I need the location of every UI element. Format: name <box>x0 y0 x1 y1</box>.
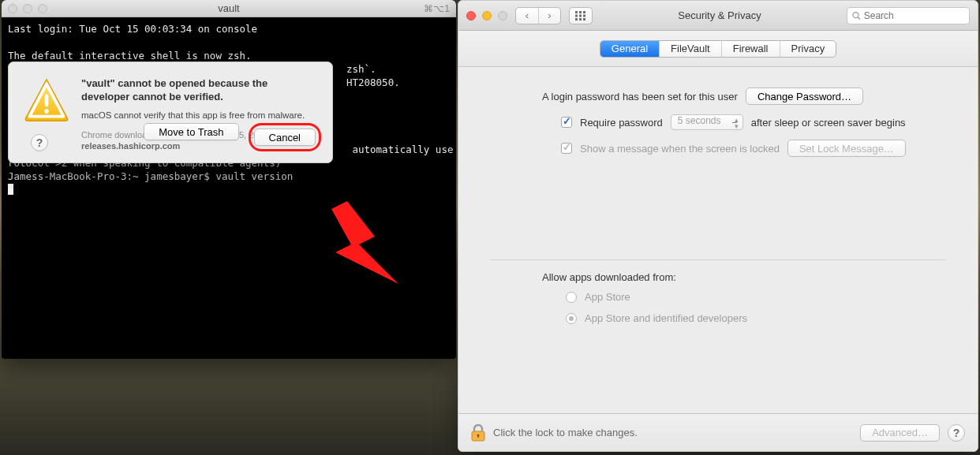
svg-rect-7 <box>579 14 582 17</box>
close-icon[interactable] <box>8 4 17 13</box>
svg-rect-10 <box>579 18 582 21</box>
svg-rect-5 <box>583 11 585 13</box>
svg-rect-9 <box>575 18 578 21</box>
set-lock-message-button: Set Lock Message… <box>787 140 906 157</box>
login-password-row: A login password has been set for this u… <box>490 88 946 105</box>
divider <box>490 259 946 260</box>
cursor-icon <box>8 184 13 195</box>
radio-identified-developers-label: App Store and identified developers <box>585 312 747 324</box>
radio-identified-row: App Store and identified developers <box>490 312 946 324</box>
annotation-highlight-ring: Cancel <box>249 123 321 151</box>
tab-privacy[interactable]: Privacy <box>780 41 836 57</box>
lock-icon[interactable] <box>471 424 485 442</box>
svg-rect-4 <box>579 11 582 13</box>
terminal-prompt: Jamess-MacBook-Pro-3:~ jamesbayer$ <box>8 170 215 182</box>
minimize-icon[interactable] <box>482 11 492 21</box>
zoom-icon[interactable] <box>498 11 507 21</box>
radio-app-store-label: App Store <box>585 291 630 303</box>
radio-appstore-row: App Store <box>490 291 946 303</box>
terminal-title: vault <box>2 2 456 14</box>
svg-rect-16 <box>477 435 479 438</box>
nav-back-forward: ‹ › <box>515 7 561 24</box>
footer-right: Advanced… ? <box>860 424 965 442</box>
forward-button[interactable]: › <box>538 8 560 24</box>
require-password-row: Require password 5 seconds ▴▾ after slee… <box>490 114 946 130</box>
lock-text: Click the lock to make changes. <box>493 427 638 438</box>
chevron-right-icon: › <box>548 9 551 21</box>
after-label: after sleep or screen saver begins <box>751 117 906 129</box>
terminal-line-tail: automatically use p <box>346 144 456 155</box>
warning-icon <box>23 76 70 124</box>
show-all-button[interactable] <box>569 7 593 24</box>
show-lock-message-checkbox <box>561 143 572 154</box>
svg-point-1 <box>44 109 49 114</box>
back-button[interactable]: ‹ <box>516 8 538 24</box>
tab-filevault[interactable]: FileVault <box>659 41 721 57</box>
tab-firewall[interactable]: Firewall <box>721 41 780 57</box>
advanced-button: Advanced… <box>860 424 940 442</box>
require-password-checkbox[interactable] <box>561 117 572 128</box>
allow-apps-heading: Allow apps downloaded from: <box>490 271 946 283</box>
svg-line-13 <box>858 17 860 19</box>
zoom-icon[interactable] <box>38 4 47 13</box>
terminal-titlebar: vault ⌘⌥1 <box>2 0 456 17</box>
delay-value: 5 seconds <box>678 115 721 126</box>
sp-title: Security & Privacy <box>600 9 839 21</box>
search-icon <box>852 11 861 21</box>
chevron-left-icon: ‹ <box>526 9 529 21</box>
terminal-line-tail: zsh`. <box>346 63 376 75</box>
terminal-shortcut: ⌘⌥1 <box>424 3 450 14</box>
terminal-line-tail: HT208050. <box>346 76 400 88</box>
alert-buttons: Move to Trash Cancel <box>144 123 321 151</box>
terminal-traffic-lights <box>8 4 47 13</box>
search-field-wrap[interactable] <box>847 7 970 24</box>
require-password-label: Require password <box>580 117 663 129</box>
tab-general[interactable]: General <box>600 41 659 57</box>
search-input[interactable] <box>864 10 964 21</box>
svg-rect-11 <box>583 18 585 21</box>
svg-rect-6 <box>575 14 578 17</box>
sp-tabstrip: General FileVault Firewall Privacy <box>600 40 836 58</box>
svg-point-12 <box>853 12 858 17</box>
radio-identified-developers <box>566 313 577 324</box>
terminal-command: vault version <box>215 170 293 182</box>
alert-headline: "vault" cannot be opened because the dev… <box>81 76 318 103</box>
alert-subtext: macOS cannot verify that this app is fre… <box>81 110 318 121</box>
move-to-trash-button[interactable]: Move to Trash <box>144 123 238 140</box>
delay-dropdown[interactable]: 5 seconds ▴▾ <box>671 114 743 130</box>
svg-rect-8 <box>583 14 585 17</box>
svg-rect-0 <box>45 95 49 107</box>
terminal-line: Last login: Tue Oct 15 00:03:34 on conso… <box>8 23 257 35</box>
stepper-icon: ▴▾ <box>735 117 739 129</box>
terminal-window: vault ⌘⌥1 Last login: Tue Oct 15 00:03:3… <box>2 0 456 359</box>
sp-traffic-lights <box>466 11 507 21</box>
sp-body: A login password has been set for this u… <box>458 67 978 324</box>
lock-message-row: Show a message when the screen is locked… <box>490 140 946 157</box>
radio-app-store <box>566 292 577 303</box>
show-lock-message-label: Show a message when the screen is locked <box>580 143 780 155</box>
sp-toolbar: ‹ › Security & Privacy <box>458 1 978 31</box>
sp-tabstrip-wrap: General FileVault Firewall Privacy <box>458 31 978 67</box>
change-password-button[interactable]: Change Password… <box>746 88 863 105</box>
system-preferences-window: ‹ › Security & Privacy General FileVa <box>458 0 978 452</box>
minimize-icon[interactable] <box>23 4 32 13</box>
terminal-line: The default interactive shell is now zsh… <box>8 50 252 62</box>
help-button[interactable]: ? <box>31 134 48 151</box>
close-icon[interactable] <box>466 11 476 21</box>
help-button[interactable]: ? <box>948 424 965 442</box>
gatekeeper-alert: "vault" cannot be opened because the dev… <box>8 62 333 163</box>
cancel-button[interactable]: Cancel <box>254 129 316 146</box>
sp-footer: Click the lock to make changes. Advanced… <box>458 413 978 451</box>
grid-icon <box>575 11 586 21</box>
svg-rect-3 <box>575 11 578 13</box>
login-password-label: A login password has been set for this u… <box>542 91 738 103</box>
